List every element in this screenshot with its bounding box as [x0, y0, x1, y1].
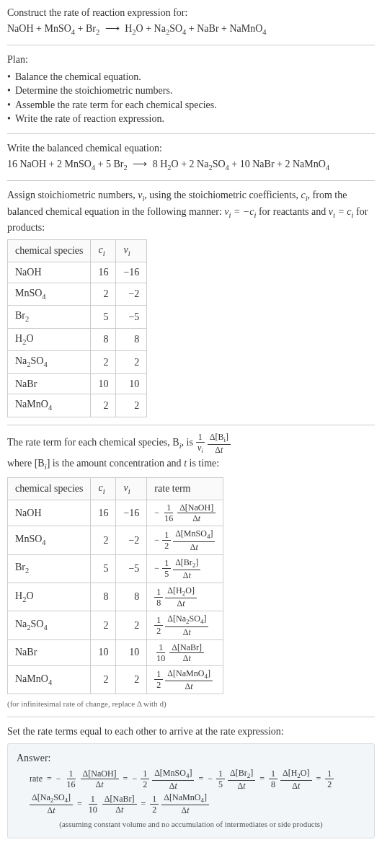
unbalanced-equation: NaOH + MnSO4 + Br2 ⟶ H2O + Na2SO4 + NaBr…: [7, 22, 375, 37]
col-species: chemical species: [8, 477, 91, 500]
assign-text: Assign stoichiometric numbers, νi, using…: [7, 188, 375, 235]
col-ci: ci: [91, 477, 116, 500]
table-row: NaBr1010: [8, 373, 147, 394]
plan-heading: Plan:: [7, 53, 375, 67]
table-row: H2O8818Δ[H2O]Δt: [8, 583, 223, 611]
table-row: Na2SO42212Δ[Na2SO4]Δt: [8, 611, 223, 639]
plan-section: Plan: •Balance the chemical equation. •D…: [7, 53, 375, 126]
table-row: Br25−5−15Δ[Br2]Δt: [8, 554, 223, 583]
table-row: Br25−5: [8, 306, 147, 328]
answer-box: Answer: rate=−116Δ[NaOH]Δt=−12Δ[MnSO4]Δt…: [7, 743, 375, 838]
balanced-section: Write the balanced chemical equation: 16…: [7, 141, 375, 173]
final-heading: Set the rate terms equal to each other t…: [7, 725, 375, 739]
col-vi: νi: [116, 239, 147, 262]
col-species: chemical species: [8, 239, 91, 262]
rateterm-table: chemical species ci νi rate term NaOH16−…: [7, 477, 223, 694]
bullet-icon: •: [7, 70, 11, 84]
table-row: MnSO42−2−12Δ[MnSO4]Δt: [8, 526, 223, 554]
arrow-icon: ⟶: [130, 159, 150, 169]
table-row: NaMnO42212Δ[NaMnO4]Δt: [8, 665, 223, 694]
divider: [7, 180, 375, 181]
list-item: •Balance the chemical equation.: [7, 70, 375, 84]
bullet-icon: •: [7, 98, 11, 112]
table-row: Na2SO422: [8, 351, 147, 373]
table-row: NaMnO422: [8, 394, 147, 417]
table-header-row: chemical species ci νi: [8, 239, 147, 262]
divider: [7, 45, 375, 45]
arrow-icon: ⟶: [102, 23, 123, 34]
rateterm-text: The rate term for each chemical species,…: [7, 433, 375, 473]
divider: [7, 717, 375, 717]
table-row: NaOH16−16: [8, 262, 147, 283]
plan-list: •Balance the chemical equation. •Determi…: [7, 70, 375, 126]
table-row: H2O88: [8, 328, 147, 350]
table-row: NaOH16−16−116Δ[NaOH]Δt: [8, 500, 223, 526]
prompt-section: Construct the rate of reaction expressio…: [7, 6, 375, 37]
rate-expression: rate=−116Δ[NaOH]Δt=−12Δ[MnSO4]Δt=−15Δ[Br…: [30, 769, 365, 815]
divider: [7, 425, 375, 425]
bullet-icon: •: [7, 112, 11, 126]
col-rateterm: rate term: [147, 477, 223, 500]
balanced-equation: 16 NaOH + 2 MnSO4 + 5 Br2 ⟶ 8 H2O + 2 Na…: [7, 157, 375, 173]
answer-label: Answer:: [17, 751, 365, 766]
col-vi: νi: [116, 477, 147, 500]
bullet-icon: •: [7, 84, 11, 98]
table-row: NaBr1010110Δ[NaBr]Δt: [8, 639, 223, 665]
fraction: Δ[Bi]Δt: [208, 433, 231, 454]
assign-section: Assign stoichiometric numbers, νi, using…: [7, 188, 375, 417]
final-section: Set the rate terms equal to each other t…: [7, 725, 375, 838]
stoich-table: chemical species ci νi NaOH16−16MnSO42−2…: [7, 239, 147, 417]
answer-note: (assuming constant volume and no accumul…: [17, 819, 365, 830]
fraction: 1νi: [195, 433, 205, 454]
table-row: MnSO42−2: [8, 283, 147, 305]
delta-note: (for infinitesimal rate of change, repla…: [7, 699, 375, 709]
col-ci: ci: [91, 239, 116, 262]
table-header-row: chemical species ci νi rate term: [8, 477, 223, 500]
rateterm-section: The rate term for each chemical species,…: [7, 433, 375, 710]
list-item: •Assemble the rate term for each chemica…: [7, 98, 375, 112]
divider: [7, 133, 375, 134]
balanced-heading: Write the balanced chemical equation:: [7, 141, 375, 156]
list-item: •Write the rate of reaction expression.: [7, 112, 375, 126]
list-item: •Determine the stoichiometric numbers.: [7, 84, 375, 98]
prompt-text: Construct the rate of reaction expressio…: [7, 6, 375, 20]
